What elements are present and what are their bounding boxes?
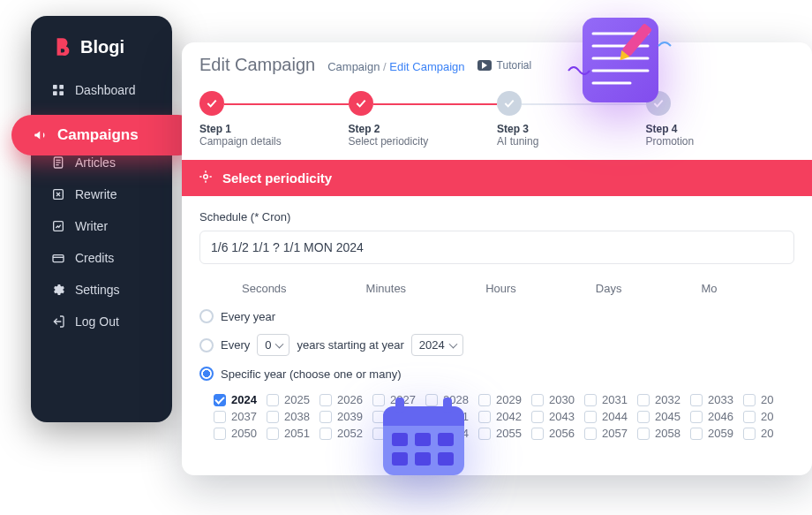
svg-point-21 [204,175,208,179]
gear-icon [50,282,66,298]
notepad-illustration [563,5,678,111]
year-checkbox[interactable]: 20 [743,393,791,406]
checkbox-icon [584,394,597,406]
tab-days[interactable]: Days [596,282,622,295]
sidebar-item-credits[interactable]: Credits [31,242,172,274]
year-label: 2058 [655,427,680,440]
svg-rect-35 [415,452,431,466]
tab-minutes[interactable]: Minutes [366,282,407,295]
option-every-year[interactable]: Every year [199,304,794,329]
sidebar-item-label: Articles [75,155,116,170]
year-checkbox[interactable]: 2039 [320,410,367,423]
every-n-select[interactable]: 0 [257,334,289,356]
year-checkbox[interactable]: 2046 [690,410,738,423]
sidebar-item-rewrite[interactable]: Rewrite [31,178,172,210]
year-label: 2033 [708,393,733,406]
year-checkbox[interactable]: 2032 [637,393,685,406]
sidebar-item-dashboard[interactable]: Dashboard [31,74,172,106]
tutorial-link[interactable]: Tutorial [477,59,532,72]
year-checkbox[interactable]: 2044 [584,410,632,423]
year-checkbox[interactable]: 2043 [531,410,579,423]
year-checkbox[interactable]: 2057 [584,427,632,440]
year-checkbox[interactable]: 2042 [478,410,526,423]
sidebar-item-campaigns[interactable]: Campaigns [11,115,199,155]
year-checkbox[interactable]: 2038 [267,410,314,423]
year-checkbox[interactable]: 2030 [531,393,579,406]
option-every-n-years[interactable]: Every 0 years starting at year 2024 [199,329,794,361]
year-label: 2038 [284,410,310,423]
start-year-select[interactable]: 2024 [411,334,463,356]
cron-input[interactable] [199,231,794,264]
year-label: 20 [761,427,773,440]
year-checkbox[interactable]: 2029 [478,393,526,406]
checkbox-icon [690,411,703,423]
svg-rect-12 [59,91,64,95]
year-label: 2039 [337,410,363,423]
periodicity-icon [198,169,214,187]
checkbox-icon [478,394,491,406]
sidebar-item-writer[interactable]: Writer [31,210,172,242]
option-specific-year[interactable]: Specific year (choose one or many) [199,361,794,386]
year-checkbox[interactable]: 2058 [637,427,685,440]
year-checkbox[interactable]: 2033 [690,393,738,406]
sidebar-item-logout[interactable]: Log Out [31,306,172,337]
year-label: 2030 [549,393,575,406]
calendar-illustration [371,389,477,486]
brand-name: Blogi [80,37,124,57]
year-label: 2024 [231,393,257,406]
checkbox-icon [320,411,332,423]
tab-months[interactable]: Mo [701,282,717,295]
year-checkbox[interactable]: 2059 [690,427,738,440]
step-subtitle: Select periodicity [349,135,498,148]
section-title: Select periodicity [222,170,332,186]
cron-tabs: Seconds Minutes Hours Days Mo [199,276,794,304]
svg-rect-28 [383,417,464,426]
breadcrumb-item[interactable]: Campaign [327,60,380,73]
year-checkbox[interactable]: 2045 [637,410,685,423]
year-checkbox[interactable]: 2050 [214,427,261,440]
year-label: 2044 [602,410,628,423]
checkbox-icon [584,411,597,423]
year-label: 2029 [496,393,522,406]
sidebar-item-settings[interactable]: Settings [31,274,172,306]
step-subtitle: Promotion [646,135,795,148]
year-checkbox[interactable]: 2051 [267,427,314,440]
year-checkbox[interactable]: 2025 [267,393,314,406]
year-checkbox[interactable]: 2037 [214,410,261,423]
year-checkbox[interactable]: 2056 [531,427,579,440]
sidebar-nav: Dashboard Campaigns Articles Rewrite Wri… [31,74,172,337]
checkbox-icon [214,411,226,423]
checkbox-icon [584,428,597,440]
step-title: Step 4 [646,123,795,135]
article-icon [50,155,66,170]
step-subtitle: Campaign details [199,135,349,148]
step-subtitle: AI tuning [497,135,646,148]
sidebar-item-label: Campaigns [57,126,139,144]
brand-icon [50,35,73,58]
breadcrumb: Campaign / Edit Campaign [327,60,464,73]
logout-icon [50,314,66,329]
checkbox-icon [743,394,756,406]
year-checkbox[interactable]: 2031 [584,393,632,406]
step-1[interactable]: Step 1 Campaign details [199,91,349,148]
year-checkbox[interactable]: 2052 [320,427,367,440]
tab-seconds[interactable]: Seconds [242,282,287,295]
year-checkbox[interactable]: 2055 [478,427,526,440]
year-checkbox[interactable]: 20 [743,427,791,440]
checkbox-icon [320,428,332,440]
year-label: 2043 [549,410,575,423]
step-title: Step 2 [349,123,498,135]
year-label: 2045 [655,410,680,423]
year-checkbox[interactable]: 2026 [320,393,367,406]
svg-rect-9 [53,85,57,89]
year-checkbox[interactable]: 2024 [214,393,261,406]
writer-icon [50,218,66,234]
year-checkbox[interactable]: 20 [743,410,791,423]
tab-hours[interactable]: Hours [485,282,516,295]
svg-rect-32 [415,433,431,446]
year-label: 2032 [655,393,680,406]
year-label: 2052 [337,427,363,440]
checkbox-icon [478,411,491,423]
step-2[interactable]: Step 2 Select periodicity [349,91,498,148]
year-label: 2031 [602,393,628,406]
